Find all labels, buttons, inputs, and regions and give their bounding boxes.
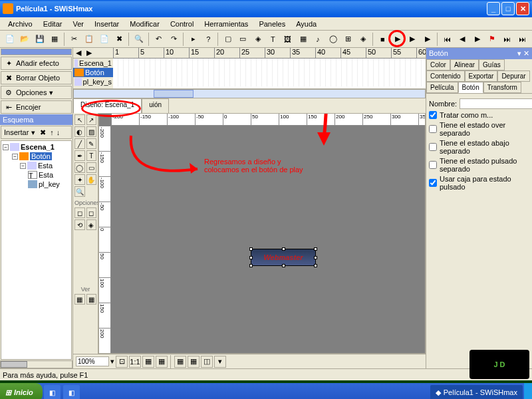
property-checkbox[interactable] xyxy=(429,125,437,133)
rewind-button[interactable]: ⏮ xyxy=(440,32,455,47)
insert-image-button[interactable]: 🖼 xyxy=(281,32,295,47)
view-1[interactable]: ▦ xyxy=(74,294,85,305)
timeline-fwd-button[interactable]: ▶ xyxy=(84,48,94,58)
autoshape-tool[interactable]: ✦ xyxy=(74,174,85,185)
forward-button[interactable]: ⏭ xyxy=(500,32,515,47)
selection-handle[interactable] xyxy=(282,264,285,267)
new-button[interactable]: 📄 xyxy=(3,32,17,47)
shrink-button[interactable]: ⇤Encojer xyxy=(1,100,72,114)
tree-item[interactable]: −Esta xyxy=(3,161,70,170)
collapse-icon[interactable]: − xyxy=(20,163,26,169)
opt-4[interactable]: ◈ xyxy=(86,219,97,230)
marker-button[interactable]: ⚑ xyxy=(485,32,499,47)
maximize-button[interactable]: □ xyxy=(501,2,515,15)
end-button[interactable]: ⏭ xyxy=(515,32,529,47)
convert-button[interactable]: ◈ xyxy=(356,32,370,47)
step-back-button[interactable]: ◀ xyxy=(455,32,469,47)
selection-handle[interactable] xyxy=(249,256,253,259)
tab-align[interactable]: Alinear xyxy=(450,59,479,70)
menu-editar[interactable]: Editar xyxy=(38,19,68,29)
canvas-viewport[interactable]: -200-150-100-50050100150200250300350 -20… xyxy=(98,113,426,354)
fill-tool[interactable]: ▨ xyxy=(86,126,97,137)
selection-handle[interactable] xyxy=(314,256,317,259)
menu-archivo[interactable]: Archivo xyxy=(3,19,38,29)
timeline-layer[interactable]: Botón xyxy=(73,68,113,77)
timeline-scrollbar[interactable] xyxy=(73,89,426,98)
collapse-icon[interactable]: − xyxy=(3,144,9,150)
timeline-grid[interactable] xyxy=(113,59,426,86)
task-item-active[interactable]: ◆Película1 - SWiSHmax xyxy=(430,385,523,399)
task-item[interactable]: ◧ xyxy=(44,385,61,399)
group-button[interactable]: ⊞ xyxy=(340,32,355,47)
ellipse-tool[interactable]: ◯ xyxy=(74,162,85,173)
play-scene-button[interactable]: ▶ xyxy=(406,32,420,47)
options-button[interactable]: ⚙Opciones▾ xyxy=(1,86,72,99)
tree-scene[interactable]: −Escena_1 xyxy=(3,142,70,152)
tab-guides[interactable]: Guías xyxy=(479,59,505,70)
menu-control[interactable]: Control xyxy=(165,19,199,29)
grid-button[interactable]: ▦ xyxy=(142,356,154,368)
pen-tool[interactable]: ✒ xyxy=(74,150,85,161)
cut-button[interactable]: ✂ xyxy=(67,32,82,47)
timeline-layer[interactable]: Escena_1 xyxy=(73,59,113,68)
play-effect-button[interactable]: ▶ xyxy=(420,32,435,47)
snap-button[interactable]: ▦ xyxy=(156,356,168,368)
select-tool[interactable]: ↖ xyxy=(74,114,85,125)
menu-ayuda[interactable]: Ayuda xyxy=(291,19,322,29)
view-opt-button[interactable]: ▦ xyxy=(174,356,186,368)
publish-button[interactable]: ▦ xyxy=(48,32,63,47)
pencil-tool[interactable]: ✎ xyxy=(86,138,97,149)
selection-handle[interactable] xyxy=(249,247,253,251)
tab-button[interactable]: Botón xyxy=(458,82,483,93)
task-item[interactable]: ◧ xyxy=(63,385,80,399)
property-checkbox[interactable] xyxy=(429,143,437,151)
outline-scrollbar[interactable] xyxy=(0,360,72,368)
view-opt-button[interactable]: ◫ xyxy=(201,356,213,368)
help-icon[interactable]: ? xyxy=(201,32,216,47)
property-checkbox[interactable] xyxy=(429,111,437,119)
insert-shape-button[interactable]: ◯ xyxy=(326,32,340,47)
stop-button[interactable]: ■ xyxy=(375,32,390,47)
minimize-button[interactable]: _ xyxy=(487,2,500,15)
tab-movie[interactable]: Película xyxy=(426,82,458,93)
selection-handle[interactable] xyxy=(314,264,317,267)
redo-button[interactable]: ↷ xyxy=(166,32,181,47)
tab-transform[interactable]: Transform xyxy=(483,82,521,93)
menu-ver[interactable]: Ver xyxy=(67,19,89,29)
menu-herramientas[interactable]: Herramientas xyxy=(199,19,253,29)
insert-sprite-button[interactable]: ◈ xyxy=(251,32,265,47)
name-input[interactable] xyxy=(460,98,532,109)
menu-modificar[interactable]: Modificar xyxy=(124,19,165,29)
stage[interactable]: Webmaster xyxy=(111,126,425,353)
line-tool[interactable]: ╱ xyxy=(74,138,85,149)
selection-handle[interactable] xyxy=(249,264,253,267)
zoom-value[interactable]: 100% xyxy=(76,356,109,366)
copy-button[interactable]: 📋 xyxy=(82,32,97,47)
menu-paneles[interactable]: Paneles xyxy=(253,19,291,29)
opt-1[interactable]: ◻ xyxy=(74,207,85,218)
tab-script[interactable]: uión xyxy=(142,98,169,113)
outline-tree[interactable]: −Escena_1 −Botón −Esta TEsta pl_key xyxy=(1,140,72,360)
insert-text-button[interactable]: T xyxy=(266,32,281,47)
tree-item[interactable]: −Botón xyxy=(3,152,70,161)
opt-2[interactable]: ◻ xyxy=(86,207,97,218)
zoom-fit-button[interactable]: ⊡ xyxy=(116,356,128,368)
close-button[interactable]: ✕ xyxy=(516,2,529,15)
play-button[interactable]: ▶ xyxy=(390,32,405,47)
selection-handle[interactable] xyxy=(314,247,317,251)
timeline-layer[interactable]: pl_key_s xyxy=(73,77,113,86)
opt-3[interactable]: ⟲ xyxy=(74,219,85,230)
tab-color[interactable]: Color xyxy=(426,59,450,70)
reshape-tool[interactable]: ◐ xyxy=(74,126,85,137)
pointer-icon[interactable]: ▸ xyxy=(186,32,201,47)
zoom-100-button[interactable]: 1:1 xyxy=(129,356,141,368)
insert-dropdown[interactable]: Insertar▾✖↑↓ xyxy=(1,126,72,139)
insert-content-button[interactable]: ▦ xyxy=(296,32,311,47)
stage-button-object[interactable]: Webmaster xyxy=(251,249,316,266)
step-fwd-button[interactable]: ▶ xyxy=(470,32,485,47)
view-2[interactable]: ▦ xyxy=(86,294,97,305)
property-checkbox[interactable] xyxy=(429,179,437,187)
selection-handle[interactable] xyxy=(282,247,285,251)
undo-button[interactable]: ↶ xyxy=(152,32,166,47)
text-tool[interactable]: T xyxy=(86,150,97,161)
